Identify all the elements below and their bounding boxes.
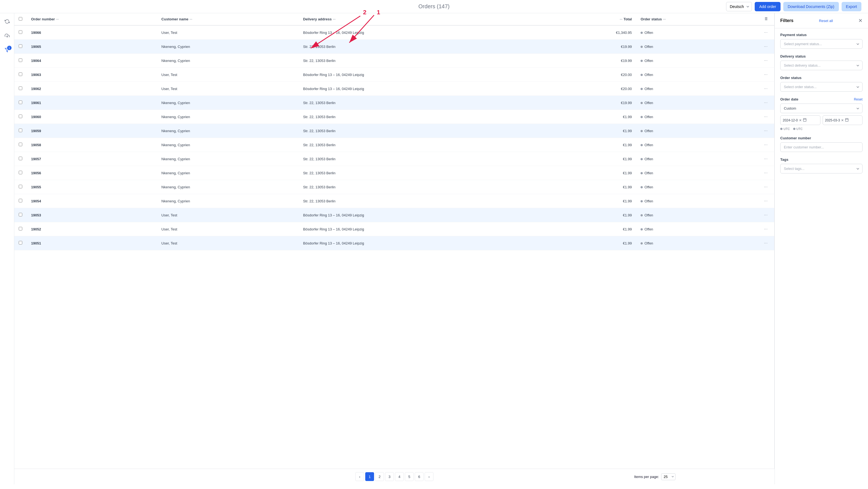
- row-checkbox[interactable]: [19, 115, 22, 118]
- row-menu-button[interactable]: ···: [762, 183, 770, 191]
- total-header[interactable]: ··· Total: [548, 13, 636, 25]
- row-checkbox-cell[interactable]: [14, 54, 27, 68]
- download-documents-button[interactable]: Download Documents (Zip): [783, 2, 839, 11]
- row-actions-cell[interactable]: ···: [757, 236, 774, 250]
- row-checkbox-cell[interactable]: [14, 110, 27, 124]
- page-2-button[interactable]: 2: [375, 472, 384, 481]
- payment-status-select[interactable]: Select payment status...: [780, 39, 863, 49]
- upload-icon[interactable]: [2, 31, 12, 41]
- row-actions-cell[interactable]: ···: [757, 208, 774, 222]
- row-actions-cell[interactable]: ···: [757, 96, 774, 110]
- date-to-clear-button[interactable]: ✕: [841, 118, 844, 122]
- row-checkbox[interactable]: [19, 73, 22, 76]
- row-actions-cell[interactable]: ···: [757, 54, 774, 68]
- row-actions-cell[interactable]: ···: [757, 110, 774, 124]
- row-checkbox-cell[interactable]: [14, 82, 27, 96]
- row-checkbox[interactable]: [19, 185, 22, 188]
- delivery-address-header[interactable]: Delivery address ···: [299, 13, 548, 25]
- page-1-button[interactable]: 1: [365, 472, 374, 481]
- page-5-button[interactable]: 5: [405, 472, 414, 481]
- total-menu-icon[interactable]: ···: [620, 17, 622, 21]
- customer-name-menu-icon[interactable]: ···: [189, 17, 192, 21]
- row-checkbox[interactable]: [19, 30, 22, 34]
- delivery-address-menu-icon[interactable]: ···: [333, 17, 336, 21]
- row-checkbox-cell[interactable]: [14, 40, 27, 54]
- row-actions-cell[interactable]: ···: [757, 124, 774, 138]
- row-checkbox-cell[interactable]: [14, 96, 27, 110]
- row-checkbox[interactable]: [19, 227, 22, 230]
- row-checkbox[interactable]: [19, 199, 22, 202]
- row-actions-cell[interactable]: ···: [757, 40, 774, 54]
- row-actions-cell[interactable]: ···: [757, 82, 774, 96]
- row-checkbox-cell[interactable]: [14, 236, 27, 250]
- row-menu-button[interactable]: ···: [762, 43, 770, 50]
- row-menu-button[interactable]: ···: [762, 141, 770, 148]
- row-menu-button[interactable]: ···: [762, 57, 770, 64]
- row-checkbox-cell[interactable]: [14, 208, 27, 222]
- row-actions-cell[interactable]: ···: [757, 222, 774, 236]
- order-number-menu-icon[interactable]: ···: [56, 17, 59, 21]
- row-checkbox-cell[interactable]: [14, 194, 27, 208]
- select-all-header[interactable]: [14, 13, 27, 25]
- export-button[interactable]: Export: [842, 2, 861, 11]
- filter-icon[interactable]: 1: [2, 45, 12, 55]
- filter-close-button[interactable]: ✕: [858, 18, 863, 24]
- row-checkbox[interactable]: [19, 171, 22, 174]
- row-actions-cell[interactable]: ···: [757, 194, 774, 208]
- refresh-icon[interactable]: [2, 17, 12, 26]
- row-checkbox[interactable]: [19, 100, 22, 104]
- row-menu-button[interactable]: ···: [762, 127, 770, 134]
- order-status-select[interactable]: Select order status...: [780, 82, 863, 92]
- row-menu-button[interactable]: ···: [762, 29, 770, 36]
- row-actions-cell[interactable]: ···: [757, 25, 774, 40]
- customer-name-header[interactable]: Customer name ···: [157, 13, 299, 25]
- order-status-menu-icon[interactable]: ···: [663, 17, 666, 21]
- row-actions-cell[interactable]: ···: [757, 152, 774, 166]
- select-all-checkbox[interactable]: [19, 17, 22, 21]
- row-checkbox-cell[interactable]: [14, 222, 27, 236]
- row-checkbox[interactable]: [19, 213, 22, 217]
- next-page-button[interactable]: ›: [425, 472, 433, 481]
- row-checkbox[interactable]: [19, 128, 22, 132]
- row-checkbox-cell[interactable]: [14, 68, 27, 82]
- row-checkbox[interactable]: [19, 143, 22, 146]
- page-3-button[interactable]: 3: [385, 472, 394, 481]
- row-checkbox-cell[interactable]: [14, 124, 27, 138]
- row-checkbox-cell[interactable]: [14, 152, 27, 166]
- row-checkbox-cell[interactable]: [14, 25, 27, 40]
- date-from-calendar-button[interactable]: [803, 118, 807, 122]
- tags-select[interactable]: Select tags...: [780, 164, 863, 173]
- row-checkbox-cell[interactable]: [14, 166, 27, 180]
- row-actions-cell[interactable]: ···: [757, 166, 774, 180]
- row-menu-button[interactable]: ···: [762, 85, 770, 92]
- row-menu-button[interactable]: ···: [762, 211, 770, 219]
- row-checkbox[interactable]: [19, 157, 22, 160]
- row-actions-cell[interactable]: ···: [757, 180, 774, 194]
- row-menu-button[interactable]: ···: [762, 226, 770, 233]
- row-checkbox[interactable]: [19, 241, 22, 244]
- row-checkbox[interactable]: [19, 58, 22, 62]
- date-to-calendar-button[interactable]: [845, 118, 849, 122]
- customer-number-input[interactable]: [780, 142, 863, 152]
- row-actions-cell[interactable]: ···: [757, 138, 774, 152]
- order-number-header[interactable]: Order number ···: [27, 13, 157, 25]
- row-menu-button[interactable]: ···: [762, 71, 770, 78]
- add-order-button[interactable]: Add order: [755, 2, 780, 11]
- row-menu-button[interactable]: ···: [762, 155, 770, 163]
- column-settings-header[interactable]: [757, 13, 774, 25]
- date-from-clear-button[interactable]: ✕: [799, 118, 802, 122]
- page-6-button[interactable]: 6: [415, 472, 424, 481]
- row-menu-button[interactable]: ···: [762, 239, 770, 247]
- row-menu-button[interactable]: ···: [762, 197, 770, 205]
- order-date-reset[interactable]: Reset: [854, 97, 863, 101]
- row-menu-button[interactable]: ···: [762, 169, 770, 176]
- row-menu-button[interactable]: ···: [762, 113, 770, 120]
- row-checkbox[interactable]: [19, 44, 22, 48]
- order-date-type-select[interactable]: Custom Today Last 7 days Last 30 days: [780, 104, 863, 113]
- row-checkbox-cell[interactable]: [14, 138, 27, 152]
- language-selector[interactable]: Deutsch English: [726, 2, 752, 11]
- row-actions-cell[interactable]: ···: [757, 68, 774, 82]
- prev-page-button[interactable]: ‹: [355, 472, 364, 481]
- row-checkbox[interactable]: [19, 86, 22, 90]
- page-4-button[interactable]: 4: [395, 472, 404, 481]
